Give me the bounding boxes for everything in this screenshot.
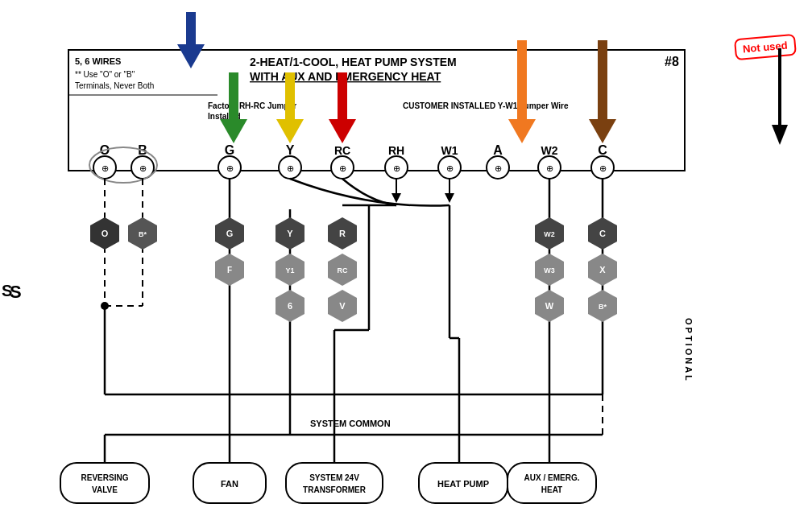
- svg-marker-104: [215, 254, 244, 286]
- svg-text:RC: RC: [338, 266, 348, 275]
- svg-marker-126: [588, 254, 617, 286]
- svg-text:AUX / EMERG.: AUX / EMERG.: [524, 473, 580, 482]
- svg-text:Y1: Y1: [285, 266, 294, 275]
- svg-text:5, 6 WIRES: 5, 6 WIRES: [75, 56, 121, 66]
- svg-text:WITH AUX AND EMERGENCY HEAT: WITH AUX AND EMERGENCY HEAT: [250, 70, 441, 83]
- svg-text:CUSTOMER INSTALLED Y-W1 Jumper: CUSTOMER INSTALLED Y-W1 Jumper Wire: [403, 101, 569, 110]
- svg-text:W: W: [545, 301, 554, 311]
- svg-text:C: C: [599, 229, 606, 238]
- svg-text:Terminals, Never Both: Terminals, Never Both: [75, 81, 154, 90]
- svg-marker-18: [276, 119, 304, 143]
- svg-point-39: [331, 156, 354, 179]
- svg-text:2-HEAT/1-COOL, HEAT PUMP SYSTE: 2-HEAT/1-COOL, HEAT PUMP SYSTEM: [250, 56, 457, 68]
- svg-point-69: [101, 302, 109, 310]
- svg-text:X: X: [599, 265, 606, 275]
- svg-text:⊕: ⊕: [495, 163, 502, 173]
- wiring-diagram-svg: 5, 6 WIRES ** Use "O" or "B" Terminals, …: [0, 0, 812, 516]
- svg-marker-59: [445, 193, 454, 203]
- svg-marker-112: [328, 217, 357, 250]
- svg-text:⊕: ⊕: [546, 163, 553, 173]
- svg-text:O: O: [102, 229, 109, 238]
- svg-point-48: [487, 156, 509, 179]
- main-container: Not used S 5, 6 WIRES ** Use "O" or "B" …: [0, 0, 812, 516]
- svg-marker-24: [589, 119, 616, 143]
- svg-text:⊕: ⊕: [393, 163, 400, 173]
- svg-marker-14: [177, 44, 205, 68]
- svg-point-36: [279, 156, 301, 179]
- svg-text:RH: RH: [388, 144, 404, 157]
- svg-text:⊕: ⊕: [339, 163, 346, 173]
- svg-point-33: [218, 156, 241, 179]
- svg-text:⊕: ⊕: [446, 163, 454, 173]
- svg-point-54: [591, 156, 614, 179]
- svg-text:Y: Y: [287, 229, 293, 238]
- svg-marker-1: [772, 125, 788, 145]
- svg-point-42: [385, 156, 408, 179]
- svg-rect-2: [68, 50, 685, 171]
- svg-text:G: G: [225, 143, 234, 157]
- svg-rect-90: [286, 463, 383, 503]
- svg-text:⊕: ⊕: [287, 163, 294, 173]
- svg-text:SYSTEM COMMON: SYSTEM COMMON: [310, 419, 391, 428]
- svg-text:⊕: ⊕: [599, 163, 607, 173]
- svg-point-31: [89, 147, 157, 183]
- svg-marker-116: [328, 290, 357, 322]
- svg-text:Installed: Installed: [208, 112, 241, 121]
- svg-point-29: [131, 156, 154, 179]
- svg-point-26: [93, 156, 116, 179]
- svg-marker-114: [328, 254, 357, 286]
- svg-marker-120: [535, 254, 564, 286]
- svg-text:B*: B*: [139, 230, 147, 238]
- svg-marker-16: [220, 119, 247, 143]
- svg-marker-110: [276, 290, 304, 322]
- svg-text:C: C: [598, 143, 607, 157]
- svg-text:Factory RH-RC Jumper: Factory RH-RC Jumper: [208, 101, 296, 110]
- svg-marker-20: [329, 119, 356, 143]
- svg-text:O: O: [100, 143, 110, 157]
- svg-rect-88: [193, 463, 266, 503]
- svg-text:R: R: [339, 229, 346, 238]
- svg-text:W1: W1: [441, 144, 458, 157]
- svg-text:B: B: [138, 143, 147, 157]
- svg-text:TRANSFORMER: TRANSFORMER: [303, 485, 367, 494]
- svg-marker-98: [90, 217, 119, 250]
- svg-marker-100: [128, 217, 157, 250]
- black-arrow-not-used: [768, 48, 792, 145]
- svg-marker-22: [508, 119, 536, 143]
- svg-text:B*: B*: [599, 303, 607, 311]
- svg-marker-57: [392, 193, 401, 203]
- svg-text:VALVE: VALVE: [92, 485, 118, 494]
- svg-point-51: [538, 156, 561, 179]
- svg-point-45: [438, 156, 461, 179]
- svg-text:HEAT PUMP: HEAT PUMP: [437, 479, 489, 489]
- svg-text:⊕: ⊕: [102, 163, 109, 173]
- svg-text:V: V: [339, 301, 346, 311]
- svg-marker-124: [588, 217, 617, 250]
- svg-marker-128: [588, 290, 617, 322]
- svg-text:FAN: FAN: [221, 479, 238, 489]
- svg-text:HEAT: HEAT: [541, 485, 562, 494]
- svg-text:SYSTEM 24V: SYSTEM 24V: [309, 473, 359, 482]
- svg-text:REVERSING: REVERSING: [81, 473, 129, 482]
- svg-text:G: G: [226, 229, 234, 238]
- svg-text:** Use "O" or "B": ** Use "O" or "B": [75, 70, 135, 79]
- svg-rect-93: [419, 463, 508, 503]
- svg-text:OPTIONAL: OPTIONAL: [684, 318, 694, 383]
- svg-marker-118: [535, 217, 564, 250]
- svg-text:W3: W3: [544, 266, 555, 275]
- svg-marker-122: [535, 290, 564, 322]
- svg-rect-95: [508, 463, 596, 503]
- svg-text:Y: Y: [286, 143, 295, 157]
- s-label: S: [2, 282, 12, 300]
- svg-text:6: 6: [288, 301, 292, 311]
- svg-marker-102: [215, 217, 244, 250]
- svg-text:RC: RC: [334, 144, 350, 157]
- svg-text:#8: #8: [665, 55, 679, 68]
- svg-text:⊕: ⊕: [226, 163, 234, 173]
- svg-text:W2: W2: [544, 230, 555, 238]
- svg-rect-85: [60, 463, 149, 503]
- svg-text:⊕: ⊕: [139, 163, 147, 173]
- svg-text:A: A: [493, 143, 503, 157]
- svg-marker-108: [276, 254, 304, 286]
- svg-text:W2: W2: [541, 144, 558, 157]
